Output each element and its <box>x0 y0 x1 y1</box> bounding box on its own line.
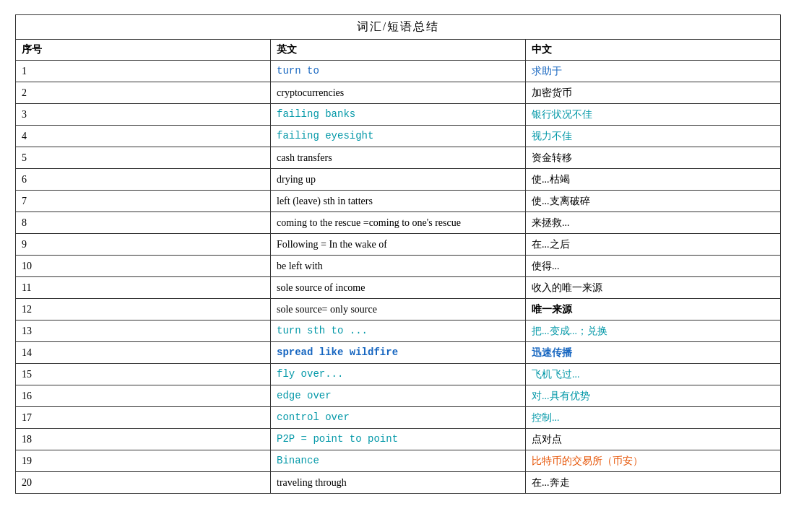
cell-chinese: 唯一来源 <box>526 299 781 320</box>
cell-num: 9 <box>16 234 271 256</box>
cell-chinese: 使得... <box>526 256 781 277</box>
table-row: 4failing eyesight视力不佳 <box>16 126 781 147</box>
table-row: 15fly over...飞机飞过... <box>16 364 781 385</box>
table-row: 11sole source of income收入的唯一来源 <box>16 277 781 299</box>
cell-chinese: 在...奔走 <box>526 472 781 494</box>
cell-num: 5 <box>16 147 271 169</box>
cell-english: cryptocurrencies <box>271 82 526 104</box>
table-row: 14spread like wildfire迅速传播 <box>16 342 781 364</box>
table-row: 13turn sth to ...把...变成...；兑换 <box>16 320 781 342</box>
cell-chinese: 迅速传播 <box>526 342 781 364</box>
cell-num: 17 <box>16 407 271 429</box>
cell-chinese: 控制... <box>526 407 781 429</box>
table-row: 7left (leave) sth in tatters使...支离破碎 <box>16 191 781 212</box>
cell-num: 15 <box>16 364 271 385</box>
table-row: 16edge over对...具有优势 <box>16 385 781 407</box>
cell-english: coming to the rescue =coming to one's re… <box>271 212 526 234</box>
table-row: 9Following = In the wake of在...之后 <box>16 234 781 256</box>
cell-chinese: 视力不佳 <box>526 126 781 147</box>
cell-num: 2 <box>16 82 271 104</box>
cell-num: 6 <box>16 169 271 191</box>
cell-chinese: 使...支离破碎 <box>526 191 781 212</box>
cell-chinese: 资金转移 <box>526 147 781 169</box>
cell-num: 12 <box>16 299 271 320</box>
cell-chinese: 使...枯竭 <box>526 169 781 191</box>
title-row: 词汇/短语总结 <box>16 15 781 40</box>
table-row: 8coming to the rescue =coming to one's r… <box>16 212 781 234</box>
header-num: 序号 <box>16 40 271 61</box>
table-row: 3failing banks银行状况不佳 <box>16 104 781 126</box>
cell-english: sole source of income <box>271 277 526 299</box>
cell-english: failing eyesight <box>271 126 526 147</box>
cell-english: fly over... <box>271 364 526 385</box>
cell-chinese: 比特币的交易所（币安） <box>526 450 781 472</box>
cell-english: drying up <box>271 169 526 191</box>
cell-english: P2P = point to point <box>271 429 526 450</box>
cell-english: left (leave) sth in tatters <box>271 191 526 212</box>
table-row: 10be left with使得... <box>16 256 781 277</box>
table-row: 19Binance比特币的交易所（币安） <box>16 450 781 472</box>
cell-num: 19 <box>16 450 271 472</box>
cell-num: 7 <box>16 191 271 212</box>
table-row: 20traveling through在...奔走 <box>16 472 781 494</box>
cell-english: spread like wildfire <box>271 342 526 364</box>
cell-num: 10 <box>16 256 271 277</box>
cell-chinese: 把...变成...；兑换 <box>526 320 781 342</box>
table-row: 5cash transfers资金转移 <box>16 147 781 169</box>
cell-num: 16 <box>16 385 271 407</box>
cell-num: 1 <box>16 61 271 82</box>
cell-num: 18 <box>16 429 271 450</box>
cell-english: turn sth to ... <box>271 320 526 342</box>
cell-num: 11 <box>16 277 271 299</box>
cell-num: 3 <box>16 104 271 126</box>
table-row: 1turn to求助于 <box>16 61 781 82</box>
header-english: 英文 <box>271 40 526 61</box>
header-row: 序号 英文 中文 <box>16 40 781 61</box>
table-row: 6drying up使...枯竭 <box>16 169 781 191</box>
cell-chinese: 银行状况不佳 <box>526 104 781 126</box>
cell-chinese: 收入的唯一来源 <box>526 277 781 299</box>
cell-num: 4 <box>16 126 271 147</box>
cell-chinese: 对...具有优势 <box>526 385 781 407</box>
cell-chinese: 来拯救... <box>526 212 781 234</box>
cell-english: Binance <box>271 450 526 472</box>
cell-num: 20 <box>16 472 271 494</box>
cell-chinese: 加密货币 <box>526 82 781 104</box>
cell-english: control over <box>271 407 526 429</box>
cell-num: 14 <box>16 342 271 364</box>
header-chinese: 中文 <box>526 40 781 61</box>
table-row: 2cryptocurrencies加密货币 <box>16 82 781 104</box>
cell-num: 8 <box>16 212 271 234</box>
cell-chinese: 点对点 <box>526 429 781 450</box>
cell-english: sole source= only source <box>271 299 526 320</box>
cell-english: failing banks <box>271 104 526 126</box>
cell-chinese: 求助于 <box>526 61 781 82</box>
cell-english: turn to <box>271 61 526 82</box>
table-title: 词汇/短语总结 <box>16 15 781 40</box>
cell-num: 13 <box>16 320 271 342</box>
table-row: 18P2P = point to point点对点 <box>16 429 781 450</box>
vocabulary-table: 词汇/短语总结 序号 英文 中文 1turn to求助于2cryptocurre… <box>15 14 781 494</box>
table-row: 12sole source= only source唯一来源 <box>16 299 781 320</box>
cell-english: cash transfers <box>271 147 526 169</box>
cell-english: edge over <box>271 385 526 407</box>
table-row: 17control over控制... <box>16 407 781 429</box>
cell-chinese: 在...之后 <box>526 234 781 256</box>
cell-english: traveling through <box>271 472 526 494</box>
cell-chinese: 飞机飞过... <box>526 364 781 385</box>
cell-english: be left with <box>271 256 526 277</box>
cell-english: Following = In the wake of <box>271 234 526 256</box>
